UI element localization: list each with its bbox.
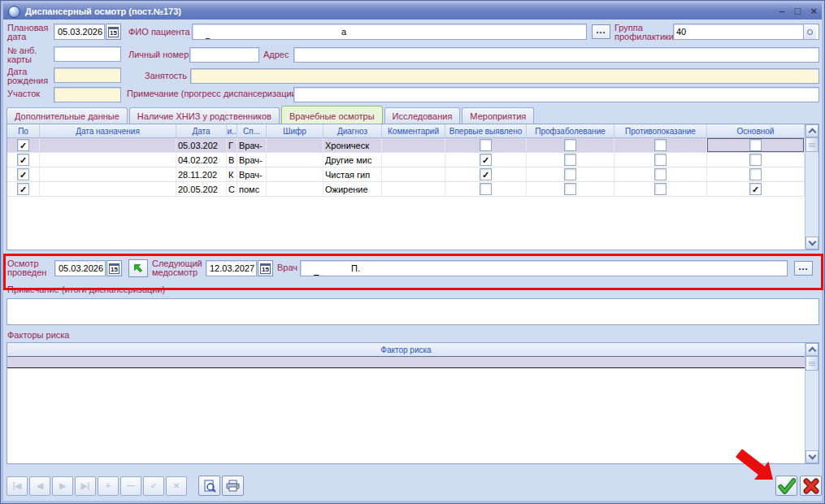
- cell-code: [267, 153, 323, 167]
- cell-occupational: [527, 182, 614, 196]
- scroll-up-button[interactable]: [805, 343, 818, 356]
- main-checkbox[interactable]: ✓: [749, 183, 762, 195]
- contraindication-checkbox[interactable]: [654, 168, 667, 180]
- tab-relatives-chronic[interactable]: Наличие ХНИЗ у родственников: [129, 107, 280, 124]
- contraindication-checkbox[interactable]: [654, 154, 667, 166]
- occupational-checkbox[interactable]: [564, 154, 576, 166]
- table-row[interactable]: ✓ 05.03.202 Г Врач- Хроническ: [7, 138, 805, 153]
- progress-note-input[interactable]: [293, 87, 819, 102]
- scroll-track[interactable]: [805, 371, 818, 450]
- cell-contraindication: [614, 153, 707, 167]
- planned-date-calendar-button[interactable]: 15: [106, 24, 121, 40]
- doctor-first: П: [313, 273, 319, 276]
- cell-comment: [382, 138, 445, 152]
- po-checkbox[interactable]: ✓: [17, 168, 29, 180]
- next-exam-date-field: 12.03.2027 15: [206, 260, 273, 276]
- prevention-group-value[interactable]: 40: [676, 27, 686, 37]
- table-row[interactable]: ✓ 04.02.202 В Врач- Другие мис ✓: [7, 153, 805, 167]
- print-button[interactable]: [222, 476, 244, 496]
- nav-last-button[interactable]: ▶|: [75, 476, 96, 496]
- exam-done-date-input[interactable]: 05.03.2026: [54, 260, 106, 276]
- title-bar[interactable]: Диспансерный осмотр (пост.№173) – □ ×: [3, 3, 822, 20]
- contraindication-checkbox[interactable]: [654, 183, 667, 195]
- scroll-down-button[interactable]: [805, 450, 818, 463]
- column-header[interactable]: Впервые выявлено: [445, 124, 527, 137]
- employment-input[interactable]: [190, 68, 819, 84]
- patient-browse-button[interactable]: ...: [592, 24, 610, 39]
- maximize-button[interactable]: □: [795, 4, 801, 19]
- nav-post-button[interactable]: ✓: [143, 476, 164, 496]
- nav-insert-button[interactable]: +: [98, 476, 119, 496]
- print-preview-button[interactable]: [198, 476, 220, 496]
- nav-first-button[interactable]: |◀: [7, 476, 28, 496]
- doctor-input[interactable]: П П.: [300, 260, 788, 276]
- nav-cancel-button[interactable]: ✕: [166, 476, 187, 496]
- nav-delete-button[interactable]: —: [120, 476, 141, 496]
- personal-number-input[interactable]: [189, 47, 259, 63]
- table-row[interactable]: ✓ 20.05.202 С помс Ожирение ✓: [7, 182, 805, 197]
- po-checkbox[interactable]: ✓: [17, 183, 29, 195]
- address-input[interactable]: [293, 47, 819, 63]
- prevention-group-spinner[interactable]: [803, 24, 816, 39]
- column-header[interactable]: Профзаболевание: [527, 124, 614, 137]
- first-detected-checkbox[interactable]: [480, 183, 492, 195]
- card-number-input[interactable]: [54, 46, 121, 62]
- next-exam-date-input[interactable]: 12.03.2027: [206, 260, 257, 276]
- nav-prior-button[interactable]: ◀: [29, 476, 50, 496]
- scroll-up-button[interactable]: [805, 124, 818, 137]
- main-checkbox[interactable]: [749, 154, 762, 166]
- scroll-thumb[interactable]: [805, 356, 818, 371]
- tab-researches[interactable]: Исследования: [384, 107, 461, 124]
- column-header[interactable]: Противопоказание: [614, 124, 707, 137]
- chevron-down-icon: [808, 452, 816, 460]
- occupational-checkbox[interactable]: [564, 168, 576, 180]
- column-header[interactable]: Дата: [176, 124, 227, 137]
- main-checkbox[interactable]: [749, 139, 762, 151]
- doctor-browse-button[interactable]: ...: [794, 261, 813, 276]
- first-detected-checkbox[interactable]: ✓: [480, 168, 492, 180]
- exam-table-scrollbar[interactable]: [805, 124, 818, 250]
- table-row[interactable]: ✓ 28.11.202 К Врач- Чистая гип ✓: [7, 167, 805, 182]
- first-detected-checkbox[interactable]: [480, 139, 492, 151]
- column-header[interactable]: Сп...: [237, 124, 267, 137]
- ok-button[interactable]: [775, 476, 797, 496]
- risk-factor-selected-row[interactable]: [7, 357, 805, 368]
- column-header[interactable]: Диагноз: [323, 124, 382, 137]
- cell-specialty: Врач-: [237, 167, 267, 181]
- next-exam-calendar-button[interactable]: 15: [258, 260, 273, 276]
- contraindication-checkbox[interactable]: [654, 139, 667, 151]
- copy-date-button[interactable]: [128, 259, 148, 277]
- tab-additional-data[interactable]: Дополнительные данные: [7, 107, 128, 124]
- po-checkbox[interactable]: ✓: [17, 154, 29, 166]
- first-detected-checkbox[interactable]: ✓: [480, 154, 492, 166]
- scroll-track[interactable]: [805, 152, 818, 237]
- close-button[interactable]: ×: [810, 4, 817, 19]
- summary-note-textarea[interactable]: [7, 298, 819, 325]
- minimize-button[interactable]: –: [779, 4, 784, 19]
- column-header[interactable]: По: [7, 124, 40, 137]
- scroll-down-button[interactable]: [805, 237, 818, 250]
- tab-activities[interactable]: Мероприятия: [462, 107, 534, 124]
- main-checkbox[interactable]: [749, 168, 762, 180]
- column-header[interactable]: Дата назначения: [40, 124, 176, 137]
- column-header[interactable]: Комментарий: [382, 124, 445, 137]
- cell-main: ✓: [707, 182, 805, 196]
- occupational-checkbox[interactable]: [564, 183, 576, 195]
- po-checkbox[interactable]: ✓: [17, 139, 29, 151]
- risk-table-scrollbar[interactable]: [805, 343, 818, 463]
- column-header[interactable]: Основной: [707, 124, 805, 137]
- column-header[interactable]: и..: [227, 124, 237, 137]
- planned-date-input[interactable]: 05.03.2026: [54, 24, 105, 40]
- column-header[interactable]: Шифр: [267, 124, 323, 137]
- occupational-checkbox[interactable]: [564, 139, 576, 151]
- patient-name-label: ФИО пациента: [128, 28, 190, 37]
- patient-name-input[interactable]: Б а: [192, 24, 587, 40]
- tab-medical-exams[interactable]: Врачебные осмотры: [281, 106, 383, 124]
- district-input[interactable]: [54, 87, 121, 102]
- scroll-thumb[interactable]: [805, 137, 818, 152]
- nav-next-button[interactable]: ▶: [52, 476, 73, 496]
- birth-date-input[interactable]: [54, 67, 121, 83]
- cancel-button[interactable]: [800, 476, 822, 496]
- exam-done-calendar-button[interactable]: 15: [106, 260, 122, 276]
- risk-factor-column-header[interactable]: Фактор риска: [7, 343, 805, 357]
